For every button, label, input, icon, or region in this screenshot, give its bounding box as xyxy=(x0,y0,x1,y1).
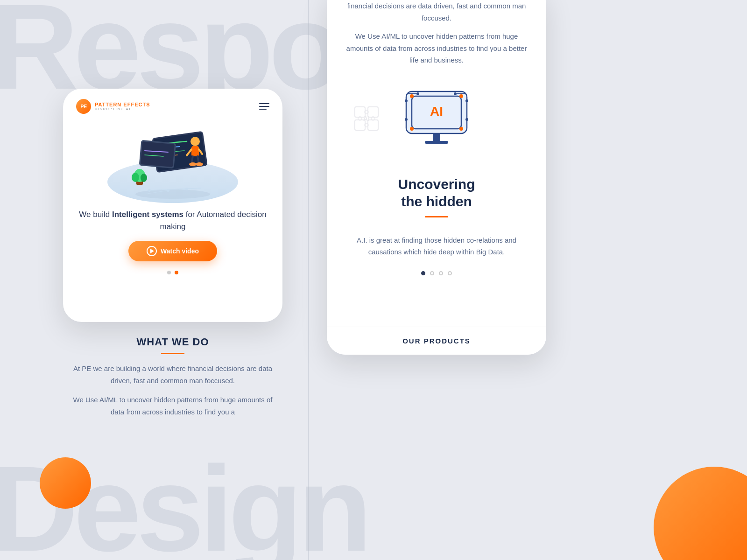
ai-icon-section: AI AI xyxy=(327,73,546,166)
right-para1: financial decisions are data driven, fas… xyxy=(341,0,532,24)
uncovering-heading: Uncovering the hidden xyxy=(327,175,546,210)
watch-video-button[interactable]: Watch video xyxy=(128,241,217,261)
watch-video-label: Watch video xyxy=(161,247,199,255)
right-dot-3[interactable] xyxy=(439,271,443,275)
svg-point-43 xyxy=(465,99,468,102)
svg-point-52 xyxy=(410,127,414,131)
deco-circle xyxy=(40,457,91,509)
logo-icon: PE xyxy=(76,99,91,114)
hero-svg xyxy=(126,125,219,200)
dot-1[interactable] xyxy=(167,271,171,274)
what-we-do-para2: We Use AI/ML to uncover hidden patterns … xyxy=(63,394,282,418)
ai-monitor-svg: AI xyxy=(402,87,472,152)
right-para2: We Use AI/ML to uncover hidden patterns … xyxy=(341,30,532,66)
right-dot-2[interactable] xyxy=(430,271,434,275)
svg-text:AI: AI xyxy=(363,115,370,122)
hero-text: We build Intelligent systems for Automat… xyxy=(63,203,282,232)
svg-point-40 xyxy=(416,92,419,95)
puzzle-ghost-icon: AI xyxy=(350,102,383,137)
svg-point-51 xyxy=(459,94,463,98)
hero-prefix: We build xyxy=(79,210,112,219)
svg-point-42 xyxy=(405,99,408,102)
puzzle-svg: AI xyxy=(350,102,383,135)
hamburger-line-1 xyxy=(259,103,269,104)
deco-arc xyxy=(654,467,747,560)
right-body-text: A.I. is great at finding those hidden co… xyxy=(327,226,546,258)
hero-bold: Intelligent systems xyxy=(112,210,183,219)
hamburger-menu[interactable] xyxy=(259,103,269,110)
phone-left: PE PATTERN EFFECTS DISRUPTING AI xyxy=(63,89,282,322)
svg-point-22 xyxy=(196,162,203,166)
svg-rect-55 xyxy=(425,141,448,144)
svg-text:AI: AI xyxy=(430,104,443,119)
our-products-label: OUR PRODUCTS xyxy=(402,337,471,345)
hero-illustration xyxy=(63,121,282,203)
logo-initials: PE xyxy=(80,104,87,109)
svg-point-53 xyxy=(459,127,463,131)
section-underline xyxy=(161,353,184,354)
brand-name: PATTERN EFFECTS xyxy=(95,102,150,107)
slide-dots xyxy=(63,271,282,274)
play-circle-icon xyxy=(147,246,157,256)
heading-line2: the hidden xyxy=(341,193,532,210)
svg-point-18 xyxy=(132,173,139,182)
svg-point-25 xyxy=(148,189,151,192)
what-we-do-title: WHAT WE DO xyxy=(63,336,282,348)
hamburger-line-3 xyxy=(259,109,267,110)
right-slide-dots xyxy=(327,271,546,275)
svg-rect-11 xyxy=(191,146,199,156)
svg-point-26 xyxy=(167,189,169,192)
hamburger-line-2 xyxy=(259,106,269,107)
svg-point-44 xyxy=(405,118,408,121)
svg-point-50 xyxy=(410,94,414,98)
right-top-text: financial decisions are data driven, fas… xyxy=(327,0,546,66)
our-products-bar: OUR PRODUCTS xyxy=(327,327,546,355)
svg-point-21 xyxy=(189,162,197,166)
right-section-underline xyxy=(425,216,448,217)
phone-right: financial decisions are data driven, fas… xyxy=(327,0,546,355)
svg-rect-7 xyxy=(141,141,175,167)
svg-point-20 xyxy=(135,189,210,199)
svg-rect-54 xyxy=(433,133,440,142)
logo-text: PATTERN EFFECTS DISRUPTING AI xyxy=(95,102,150,111)
logo-tagline: DISRUPTING AI xyxy=(95,107,150,111)
left-content-below: WHAT WE DO At PE we are building a world… xyxy=(63,336,282,425)
divider xyxy=(308,0,309,560)
brand-prefix: PATTERN xyxy=(95,102,121,107)
right-dot-1[interactable] xyxy=(421,271,425,275)
svg-point-45 xyxy=(465,118,468,121)
right-dot-4[interactable] xyxy=(448,271,452,275)
logo: PE PATTERN EFFECTS DISRUPTING AI xyxy=(76,99,150,114)
svg-point-27 xyxy=(185,188,188,190)
phone-header: PE PATTERN EFFECTS DISRUPTING AI xyxy=(63,89,282,121)
svg-point-19 xyxy=(141,174,147,182)
dot-2[interactable] xyxy=(175,271,178,274)
what-we-do-para1: At PE we are building a world where fina… xyxy=(63,363,282,386)
svg-point-41 xyxy=(454,92,457,95)
heading-line1: Uncovering xyxy=(341,175,532,193)
play-triangle-icon xyxy=(150,249,154,253)
svg-point-10 xyxy=(190,137,200,146)
brand-suffix: EFFECTS xyxy=(121,102,150,107)
